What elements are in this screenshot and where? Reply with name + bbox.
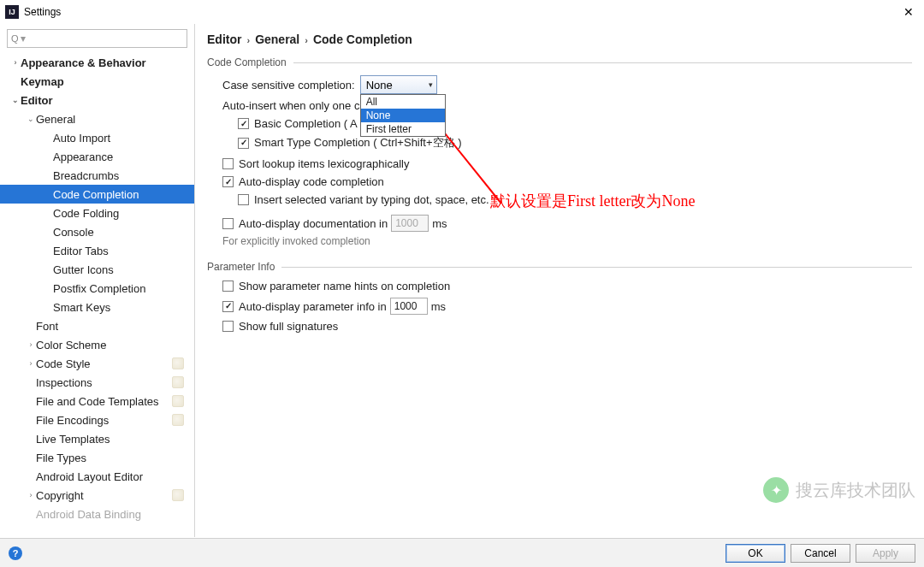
cancel-button[interactable]: Cancel <box>791 544 850 563</box>
tree-label: File Types <box>36 452 194 464</box>
tree-label: Editor Tabs <box>53 245 194 257</box>
apply-button[interactable]: Apply <box>856 544 915 563</box>
tree-item-file-types[interactable]: File Types <box>0 448 194 467</box>
tree-label: Appearance <box>53 151 194 163</box>
basic-completion-checkbox[interactable] <box>238 118 249 129</box>
annotation-text: 默认设置是First letter改为None <box>490 191 695 211</box>
chevron-right-icon: › <box>246 35 250 45</box>
show-hints-label: Show parameter name hints on completion <box>239 280 450 292</box>
option-all[interactable]: All <box>361 95 445 109</box>
wechat-icon: ✦ <box>763 477 789 503</box>
project-scope-icon <box>172 414 184 426</box>
tree-item-general[interactable]: ⌄General <box>0 109 194 128</box>
chevron-down-icon: ▾ <box>429 80 433 89</box>
case-sensitive-label: Case sensitive completion: <box>222 79 355 92</box>
tree-label: Keymap <box>21 75 194 88</box>
window-title: Settings <box>24 6 898 18</box>
tree-item-auto-import[interactable]: Auto Import <box>0 128 194 147</box>
tree-item-editor[interactable]: ⌄Editor <box>0 91 194 109</box>
tree-label: Smart Keys <box>53 301 194 314</box>
settings-tree[interactable]: ›Appearance & BehaviorKeymap⌄Editor⌄Gene… <box>0 51 194 537</box>
breadcrumb: Editor›General›Code Completion <box>207 32 912 46</box>
insert-selected-label: Insert selected variant by typing dot, s… <box>254 193 489 206</box>
tree-item-smart-keys[interactable]: Smart Keys <box>0 298 194 316</box>
smart-completion-checkbox[interactable] <box>238 138 249 149</box>
tree-label: Color Scheme <box>36 339 194 351</box>
project-scope-icon <box>172 395 184 407</box>
show-full-label: Show full signatures <box>239 320 338 333</box>
chevron-right-icon: › <box>305 35 308 45</box>
option-first-letter[interactable]: First letter <box>361 122 445 136</box>
basic-completion-label: Basic Completion ( A <box>254 117 358 130</box>
tree-label: Code Style <box>36 357 172 370</box>
doc-delay-input[interactable]: 1000 <box>391 215 429 232</box>
case-sensitive-dropdown[interactable]: All None First letter <box>360 94 446 137</box>
tree-item-breadcrumbs[interactable]: Breadcrumbs <box>0 166 194 185</box>
tree-item-appearance-behavior[interactable]: ›Appearance & Behavior <box>0 53 194 72</box>
section-code-completion: Code Completion <box>207 56 912 68</box>
param-delay-input[interactable]: 1000 <box>390 298 428 315</box>
tree-item-font[interactable]: Font <box>0 316 194 335</box>
tree-label: Console <box>53 226 194 239</box>
tree-label: Android Layout Editor <box>36 470 194 483</box>
insert-selected-checkbox[interactable] <box>238 194 249 205</box>
help-icon[interactable]: ? <box>9 546 22 560</box>
tree-label: General <box>36 113 194 126</box>
ms-unit: ms <box>431 300 446 313</box>
tree-arrow-icon: › <box>10 58 21 67</box>
tree-label: Inspections <box>36 376 172 389</box>
show-full-checkbox[interactable] <box>222 321 234 332</box>
tree-arrow-icon: › <box>26 491 36 499</box>
tree-item-code-folding[interactable]: Code Folding <box>0 204 194 222</box>
project-scope-icon <box>172 489 184 501</box>
project-scope-icon <box>172 376 184 388</box>
tree-label: Code Folding <box>53 207 194 220</box>
tree-label: Code Completion <box>53 188 194 201</box>
tree-label: Copyright <box>36 489 172 502</box>
auto-display-doc-label: Auto-display documentation in <box>239 217 388 230</box>
option-none[interactable]: None <box>361 109 445 122</box>
project-scope-icon <box>172 357 184 369</box>
tree-item-file-and-code-templates[interactable]: File and Code Templates <box>0 392 194 410</box>
search-input[interactable]: Q ▾ <box>7 29 187 48</box>
ok-button[interactable]: OK <box>726 544 785 563</box>
tree-arrow-icon: › <box>26 359 36 368</box>
tree-item-editor-tabs[interactable]: Editor Tabs <box>0 241 194 260</box>
tree-item-inspections[interactable]: Inspections <box>0 373 194 392</box>
tree-label: File Encodings <box>36 414 172 427</box>
smart-completion-label: Smart Type Completion ( Ctrl+Shift+空格 ) <box>254 135 462 151</box>
app-icon: IJ <box>5 5 19 19</box>
tree-arrow-icon: ⌄ <box>26 115 36 123</box>
tree-item-color-scheme[interactable]: ›Color Scheme <box>0 335 194 354</box>
search-value: ▾ <box>21 32 26 44</box>
tree-label: Breadcrumbs <box>53 169 194 182</box>
tree-item-copyright[interactable]: ›Copyright <box>0 486 194 505</box>
tree-item-file-encodings[interactable]: File Encodings <box>0 410 194 429</box>
section-parameter-info: Parameter Info <box>207 261 912 273</box>
tree-item-live-templates[interactable]: Live Templates <box>0 429 194 448</box>
tree-item-android-layout-editor[interactable]: Android Layout Editor <box>0 467 194 486</box>
auto-display-code-checkbox[interactable] <box>222 176 234 187</box>
auto-display-param-checkbox[interactable] <box>222 301 234 312</box>
show-hints-checkbox[interactable] <box>222 281 234 292</box>
ms-unit: ms <box>432 217 447 230</box>
tree-item-android-data-binding[interactable]: Android Data Binding <box>0 505 194 523</box>
sort-lookup-checkbox[interactable] <box>222 158 234 169</box>
tree-item-appearance[interactable]: Appearance <box>0 147 194 166</box>
doc-hint: For explicitly invoked completion <box>222 235 912 247</box>
tree-label: Appearance & Behavior <box>21 56 194 69</box>
tree-item-postfix-completion[interactable]: Postfix Completion <box>0 279 194 298</box>
tree-item-code-style[interactable]: ›Code Style <box>0 354 194 373</box>
auto-display-doc-checkbox[interactable] <box>222 218 234 229</box>
tree-label: Android Data Binding <box>36 508 194 521</box>
sort-lookup-label: Sort lookup items lexicographically <box>239 157 409 170</box>
case-sensitive-select[interactable]: None ▾ All None First letter <box>360 75 437 94</box>
close-icon[interactable]: ✕ <box>898 5 919 19</box>
tree-item-code-completion[interactable]: Code Completion <box>0 185 194 204</box>
tree-item-keymap[interactable]: Keymap <box>0 72 194 91</box>
tree-item-gutter-icons[interactable]: Gutter Icons <box>0 260 194 279</box>
tree-label: Postfix Completion <box>53 282 194 295</box>
tree-label: File and Code Templates <box>36 395 172 408</box>
auto-insert-label: Auto-insert when only one c <box>222 99 359 112</box>
tree-item-console[interactable]: Console <box>0 222 194 241</box>
